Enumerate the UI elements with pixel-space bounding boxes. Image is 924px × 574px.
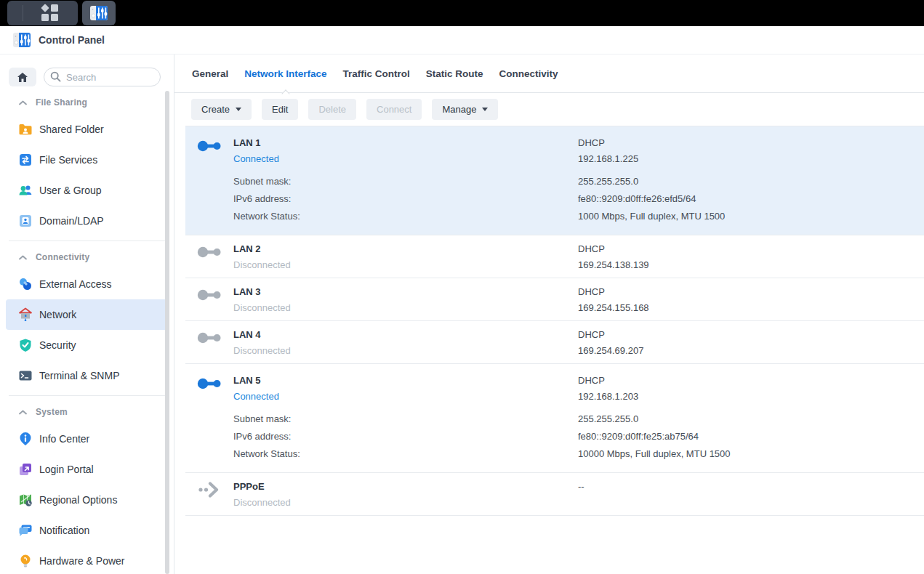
window-title: Control Panel [39, 34, 105, 46]
tab-traffic-control[interactable]: Traffic Control [335, 54, 418, 93]
network-icon [17, 307, 33, 323]
ipv6-address-value: fe80::9209:d0ff:fe25:ab75/64 [578, 428, 924, 445]
main-menu-button[interactable] [7, 1, 78, 25]
shared-folder-icon [17, 121, 33, 137]
ipv6-address-label: IPv6 address: [233, 428, 578, 445]
subnet-mask-value: 255.255.255.0 [578, 411, 924, 428]
sidebar-scrollbar[interactable] [165, 91, 169, 574]
sidebar-item-terminal-snmp[interactable]: Terminal & SNMP [6, 360, 168, 391]
terminal-icon [17, 368, 33, 384]
regional-options-icon [17, 492, 33, 508]
home-icon [17, 72, 28, 83]
file-services-icon [17, 152, 33, 168]
interface-status: Disconnected [233, 257, 578, 273]
lan-connected-icon [197, 376, 222, 392]
sidebar-item-regional-options[interactable]: Regional Options [6, 485, 168, 515]
ipv6-address-label: IPv6 address: [233, 190, 578, 208]
interface-ip: 192.168.1.203 [578, 389, 924, 405]
sidebar-divider [9, 395, 165, 396]
content-panel: General Network Interface Traffic Contro… [174, 54, 924, 574]
interface-name: LAN 2 [233, 241, 578, 257]
home-button[interactable] [9, 68, 36, 86]
sidebar-item-network[interactable]: Network [6, 299, 168, 330]
create-button[interactable]: Create [191, 99, 252, 120]
window-titlebar: Control Panel [0, 26, 924, 54]
sidebar-item-hardware-power[interactable]: Hardware & Power [6, 546, 168, 574]
sidebar-item-notification[interactable]: Notification [6, 515, 168, 546]
network-status-value: 1000 Mbps, Full duplex, MTU 1500 [578, 208, 924, 225]
sidebar-divider [9, 240, 165, 241]
sidebar-item-domain-ldap[interactable]: Domain/LDAP [6, 206, 168, 236]
chevron-up-icon [19, 100, 27, 105]
interface-list: LAN 1 Connected Subnet mask: IPv6 addres… [185, 126, 924, 516]
interface-status[interactable]: Connected [233, 389, 578, 405]
interface-row-lan2[interactable]: LAN 2 Disconnected DHCP 169.254.138.139 [185, 235, 924, 278]
search-box [44, 68, 161, 86]
pppoe-icon [197, 482, 222, 498]
interface-ip: 169.254.155.168 [578, 300, 924, 316]
control-panel-icon [89, 4, 108, 23]
tab-bar: General Network Interface Traffic Contro… [174, 54, 924, 93]
interface-status: Disconnected [233, 300, 578, 316]
interface-row-lan1[interactable]: LAN 1 Connected Subnet mask: IPv6 addres… [185, 126, 924, 235]
search-input[interactable] [44, 68, 161, 86]
tab-general[interactable]: General [184, 54, 236, 93]
interface-ip: -- [578, 479, 924, 495]
tab-network-interface[interactable]: Network Interface [236, 54, 334, 93]
sidebar-section-system[interactable]: System [0, 403, 174, 421]
external-access-icon [17, 276, 33, 292]
sidebar-item-security[interactable]: Security [6, 330, 168, 360]
sidebar-section-file-sharing[interactable]: File Sharing [0, 94, 174, 111]
subnet-mask-label: Subnet mask: [233, 411, 578, 428]
interface-row-lan3[interactable]: LAN 3 Disconnected DHCP 169.254.155.168 [185, 278, 924, 320]
interface-ip: 192.168.1.225 [578, 151, 924, 167]
lan-disconnected-icon [197, 287, 222, 303]
interface-status: Disconnected [233, 343, 578, 359]
sidebar-item-user-group[interactable]: User & Group [6, 175, 168, 206]
lan-disconnected-icon [197, 330, 222, 346]
edit-button[interactable]: Edit [262, 99, 298, 120]
sidebar-section-connectivity[interactable]: Connectivity [0, 248, 174, 266]
connect-button[interactable]: Connect [366, 99, 422, 120]
interface-name: LAN 3 [233, 284, 578, 300]
interface-mode: DHCP [578, 373, 924, 389]
sidebar-item-external-access[interactable]: External Access [6, 269, 168, 299]
interface-row-lan4[interactable]: LAN 4 Disconnected DHCP 169.254.69.207 [185, 320, 924, 363]
tab-static-route[interactable]: Static Route [418, 54, 491, 93]
info-center-icon [17, 431, 33, 447]
lan-connected-icon [197, 138, 222, 154]
sidebar-item-file-services[interactable]: File Services [6, 145, 168, 175]
taskbar-control-panel-button[interactable] [82, 1, 116, 25]
lan-disconnected-icon [197, 244, 222, 260]
interface-name: LAN 1 [233, 135, 578, 151]
sidebar-item-info-center[interactable]: Info Center [6, 424, 168, 454]
interface-ip: 169.254.138.139 [578, 257, 924, 273]
caret-down-icon [482, 108, 488, 111]
taskbar [0, 0, 924, 26]
interface-status[interactable]: Connected [233, 151, 578, 167]
control-panel-window-icon [12, 31, 31, 49]
search-icon [50, 71, 61, 82]
interface-ip: 169.254.69.207 [578, 343, 924, 359]
interface-mode: DHCP [578, 241, 924, 257]
login-portal-icon [17, 461, 33, 477]
network-status-label: Network Status: [233, 445, 578, 463]
main-menu-grid-icon [41, 4, 59, 22]
network-status-label: Network Status: [233, 208, 578, 225]
sidebar: File Sharing Shared Folder File Services… [0, 54, 174, 574]
user-group-icon [17, 182, 33, 198]
manage-button[interactable]: Manage [432, 99, 498, 120]
interface-mode: DHCP [578, 135, 924, 151]
interface-row-pppoe[interactable]: PPPoE Disconnected -- [185, 472, 924, 516]
interface-name: LAN 4 [233, 327, 578, 343]
sidebar-item-login-portal[interactable]: Login Portal [6, 454, 168, 485]
screen: Control Panel File Sharing [0, 0, 924, 574]
tab-connectivity[interactable]: Connectivity [491, 54, 566, 93]
sidebar-item-shared-folder[interactable]: Shared Folder [6, 114, 168, 145]
ipv6-address-value: fe80::9209:d0ff:fe26:efd5/64 [578, 190, 924, 208]
security-shield-icon [17, 337, 33, 353]
chevron-up-icon [19, 255, 27, 260]
network-status-value: 10000 Mbps, Full duplex, MTU 1500 [578, 445, 924, 463]
delete-button[interactable]: Delete [308, 99, 356, 120]
interface-row-lan5[interactable]: LAN 5 Connected Subnet mask: IPv6 addres… [185, 363, 924, 472]
